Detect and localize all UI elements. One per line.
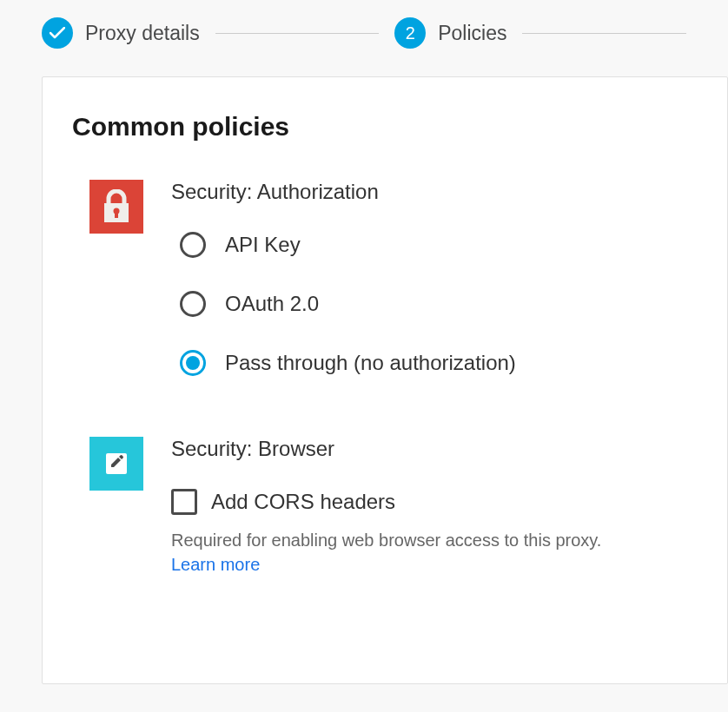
- section-browser: Security: Browser Add CORS headers Requi…: [72, 437, 698, 575]
- authorization-options: API Key OAuth 2.0 Pass through (no autho…: [171, 232, 698, 376]
- pencil-icon: [89, 437, 143, 491]
- wizard-stepper: Proxy details 2 Policies: [0, 0, 728, 66]
- card-title: Common policies: [72, 112, 698, 142]
- section-authorization: Security: Authorization API Key OAuth 2.…: [72, 180, 698, 376]
- section-heading-auth: Security: Authorization: [171, 180, 698, 204]
- helper-text: Required for enabling web browser access…: [171, 527, 698, 553]
- checkbox-label: Add CORS headers: [211, 490, 395, 514]
- svg-rect-2: [115, 212, 118, 218]
- radio-label: API Key: [225, 233, 301, 257]
- radio-icon: [180, 350, 206, 376]
- step-number-badge: 2: [394, 17, 426, 49]
- step-proxy-details[interactable]: Proxy details: [42, 17, 200, 49]
- step-policies[interactable]: 2 Policies: [394, 17, 506, 49]
- radio-option-oauth[interactable]: OAuth 2.0: [180, 291, 698, 317]
- step-connector: [522, 33, 686, 34]
- radio-label: OAuth 2.0: [225, 292, 319, 316]
- checkbox-icon: [171, 489, 197, 515]
- lock-icon: [89, 180, 143, 234]
- step-label: Policies: [438, 22, 506, 45]
- policies-card: Common policies Security: Authorization …: [42, 76, 728, 684]
- radio-label: Pass through (no authorization): [225, 351, 516, 375]
- learn-more-link[interactable]: Learn more: [171, 555, 260, 575]
- radio-icon: [180, 291, 206, 317]
- radio-option-api-key[interactable]: API Key: [180, 232, 698, 258]
- checkbox-cors[interactable]: Add CORS headers: [171, 489, 698, 515]
- step-connector: [215, 33, 380, 34]
- radio-option-passthrough[interactable]: Pass through (no authorization): [180, 350, 698, 376]
- section-heading-browser: Security: Browser: [171, 437, 698, 461]
- check-icon: [42, 17, 73, 49]
- radio-icon: [180, 232, 206, 258]
- step-label: Proxy details: [85, 22, 200, 45]
